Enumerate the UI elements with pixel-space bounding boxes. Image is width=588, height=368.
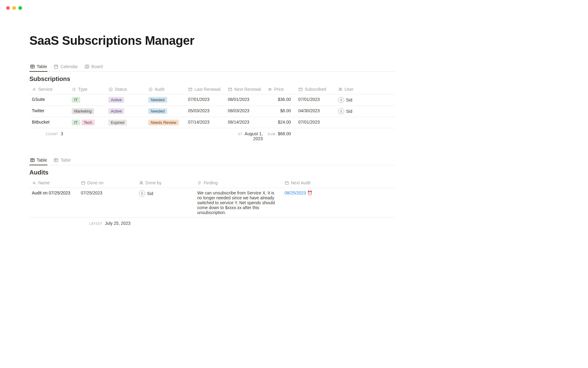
cell-done-on[interactable]: 07/25/2023 [78, 188, 137, 218]
cell-audit[interactable]: Needed [146, 94, 186, 106]
tab-table[interactable]: Table [29, 62, 47, 71]
audit-tag: Needed [148, 97, 167, 103]
tab-table[interactable]: Table [29, 156, 47, 165]
subscriptions-view-tabs: Table Calendar Board [29, 62, 396, 72]
col-audit[interactable]: Audit [146, 84, 186, 94]
window-controls [6, 6, 22, 10]
type-tag: Tech [81, 120, 95, 125]
cell-subscribed[interactable]: 07/01/2023 [296, 94, 336, 106]
table-row[interactable]: GSuite IT Active Needed 07/01/2023 08/01… [29, 94, 396, 106]
tab-board[interactable]: Board [84, 62, 103, 71]
cell-subscribed[interactable]: 07/01/2023 [296, 117, 336, 128]
cell-last-renewal[interactable]: 07/01/2023 [186, 94, 225, 106]
svg-line-22 [269, 88, 269, 90]
cell-subscribed[interactable]: 04/30/2023 [296, 106, 336, 117]
col-next-audit[interactable]: Next Audit [282, 178, 340, 188]
cell-done-by[interactable]: SSid [137, 188, 195, 218]
col-last-renewal[interactable]: Last Renewal [186, 84, 225, 94]
cell-next-renewal[interactable]: 08/01/2023 [225, 94, 265, 106]
svg-point-16 [109, 88, 112, 91]
minimize-window-button[interactable] [12, 6, 16, 10]
cell-price[interactable]: $36.00 [265, 94, 296, 106]
cell-user[interactable]: SSid [336, 106, 366, 117]
tab-label: Table [60, 158, 70, 163]
subscriptions-heading: Subscriptions [29, 75, 396, 82]
tab-label: Board [91, 64, 103, 69]
tab-label: Table [37, 64, 47, 69]
cell-price[interactable]: $8.00 [265, 106, 296, 117]
col-next-renewal[interactable]: Next Renewal [225, 84, 265, 94]
avatar: S [338, 108, 344, 114]
cell-name[interactable]: Audit on 07/25/2023 [29, 188, 78, 218]
cell-service[interactable]: Bitbucket [29, 117, 69, 128]
text-icon [32, 181, 36, 185]
col-done-by[interactable]: Done by [137, 178, 195, 188]
cell-status[interactable]: Active [106, 94, 146, 106]
calendar-icon [54, 64, 58, 69]
cell-status[interactable]: Expired [106, 117, 146, 128]
svg-line-23 [270, 88, 271, 90]
cell-finding[interactable]: We can unsubscribe from Service X. It is… [195, 188, 282, 218]
cell-type[interactable]: IT [69, 94, 106, 106]
type-tag: IT [72, 97, 80, 103]
col-status[interactable]: Status [106, 84, 146, 94]
cell-next-renewal[interactable]: 08/14/2023 [225, 117, 265, 128]
cell-status[interactable]: Active [106, 106, 146, 117]
svg-rect-3 [55, 65, 58, 68]
cell-user[interactable] [336, 117, 366, 128]
close-window-button[interactable] [6, 6, 10, 10]
svg-point-28 [339, 88, 340, 89]
cell-next-audit[interactable]: 08/25/2023⏰ [282, 188, 340, 218]
multiselect-icon [72, 87, 76, 92]
cell-user[interactable]: SSid [336, 94, 366, 106]
cell-type[interactable]: ITTech [69, 117, 106, 128]
calendar-icon [298, 87, 303, 92]
cell-audit[interactable]: Needs Review [146, 117, 186, 128]
next-audit-link[interactable]: 08/25/2023 [285, 190, 306, 195]
calendar-icon [81, 181, 85, 185]
user-chip: SSid [139, 190, 153, 197]
cell-type[interactable]: Marketing [69, 106, 106, 117]
table-row[interactable]: Twitter Marketing Active Needed 05/03/20… [29, 106, 396, 117]
col-done-on[interactable]: Done on [78, 178, 137, 188]
cell-price[interactable]: $24.00 [265, 117, 296, 128]
audits-table: Name Done on Done by Finding Next Audit … [29, 178, 396, 228]
calendar-icon [228, 87, 232, 92]
subscriptions-table: Service Type Status Audit Last Renewal N… [29, 84, 396, 144]
number-icon [268, 87, 272, 92]
col-type[interactable]: Type [69, 84, 106, 94]
svg-rect-0 [31, 65, 34, 68]
svg-rect-18 [189, 88, 192, 90]
cell-next-renewal[interactable]: 08/03/2023 [225, 106, 265, 117]
table-row[interactable]: Bitbucket ITTech Expired Needs Review 07… [29, 117, 396, 128]
svg-rect-36 [81, 181, 85, 184]
tab-table-2[interactable]: Table [53, 156, 71, 165]
col-subscribed[interactable]: Subscribed [296, 84, 336, 94]
board-icon [85, 64, 89, 69]
cell-last-renewal[interactable]: 07/14/2023 [186, 117, 225, 128]
maximize-window-button[interactable] [18, 6, 22, 10]
avatar: S [139, 190, 145, 197]
cell-service[interactable]: Twitter [29, 106, 69, 117]
col-price[interactable]: Price [265, 84, 296, 94]
cell-audit[interactable]: Needed [146, 106, 186, 117]
user-chip: SSid [338, 97, 352, 103]
table-icon [54, 158, 58, 163]
svg-point-39 [141, 181, 143, 182]
count-summary: COUNT 3 [29, 128, 69, 144]
tab-calendar[interactable]: Calendar [53, 62, 78, 71]
col-finding[interactable]: Finding [195, 178, 282, 188]
col-service[interactable]: Service [29, 84, 69, 94]
cell-last-renewal[interactable]: 05/03/2023 [186, 106, 225, 117]
user-chip: SSid [338, 108, 352, 114]
calendar-icon [188, 87, 193, 92]
col-user[interactable]: User [336, 84, 366, 94]
svg-rect-26 [299, 88, 302, 90]
cell-service[interactable]: GSuite [29, 94, 69, 106]
col-name[interactable]: Name [29, 178, 78, 188]
table-icon [30, 64, 35, 69]
text-icon [32, 87, 36, 92]
svg-point-38 [140, 181, 141, 182]
table-row[interactable]: Audit on 07/25/2023 07/25/2023 SSid We c… [29, 188, 396, 218]
audit-tag: Needs Review [148, 120, 179, 125]
